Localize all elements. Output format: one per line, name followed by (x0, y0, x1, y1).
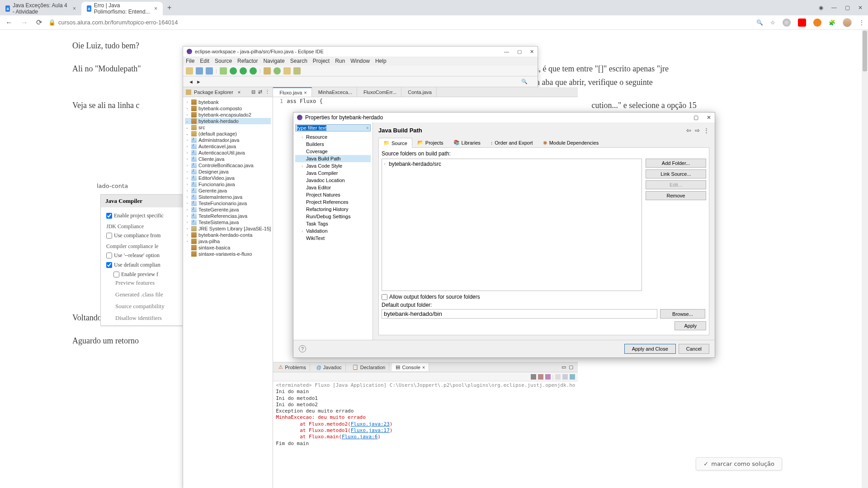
checkbox-release[interactable]: Use '--release' option (106, 251, 180, 260)
page-scrollbar[interactable] (862, 30, 868, 488)
open-type-icon[interactable] (283, 67, 291, 75)
menu-icon[interactable]: ⋮ (859, 19, 864, 26)
link-source-button[interactable]: Link Source... (646, 169, 706, 178)
menu-help[interactable]: Help (375, 58, 387, 64)
project-tree[interactable]: ›bytebank ›bytebank-composto ›bytebank-e… (183, 97, 273, 488)
code-editor[interactable]: 1ass Fluxo { (273, 97, 578, 105)
close-icon[interactable]: × (73, 5, 76, 12)
menu-project[interactable]: Project (313, 58, 330, 64)
account-icon[interactable]: ◉ (819, 5, 823, 11)
remove-button[interactable]: Remove (646, 191, 706, 200)
category-item[interactable]: Project References (295, 198, 371, 206)
youtube-icon[interactable] (798, 19, 806, 27)
category-item[interactable]: Coverage (295, 148, 371, 155)
checkbox-preview[interactable]: Enable preview f (106, 270, 180, 279)
menu-run[interactable]: Run (335, 58, 345, 64)
maximize-icon[interactable]: ▢ (693, 114, 698, 121)
new-icon[interactable] (186, 67, 193, 75)
cancel-button[interactable]: Cancel (679, 344, 709, 354)
search-icon[interactable] (293, 67, 301, 75)
close-icon[interactable]: ✕ (858, 5, 863, 11)
back-button[interactable]: ← (4, 17, 14, 28)
console-output[interactable]: <terminated> Fluxo [Java Application] C:… (273, 381, 578, 448)
remove-icon[interactable] (538, 374, 543, 380)
zoom-icon[interactable]: 🔍 (756, 19, 763, 26)
menu-navigate[interactable]: Navigate (263, 58, 284, 64)
category-item[interactable]: Javadoc Location (295, 177, 371, 184)
javadoc-tab[interactable]: @Javadoc (313, 364, 346, 371)
arrow-icon[interactable]: ► (196, 79, 201, 84)
category-item[interactable]: WikiText (295, 235, 371, 242)
clear-icon[interactable]: × (366, 125, 369, 131)
link-icon[interactable]: ⇄ (258, 89, 262, 95)
profile-avatar[interactable] (843, 18, 852, 27)
tree-file[interactable]: ›SistemaInterno.java (185, 194, 271, 200)
remove-all-icon[interactable] (545, 374, 551, 380)
help-icon[interactable]: ? (299, 345, 306, 352)
add-folder-button[interactable]: Add Folder... (646, 159, 706, 168)
new-package-icon[interactable] (264, 67, 271, 75)
category-item[interactable]: ›Resource (295, 133, 371, 141)
category-item[interactable]: Refactoring History (295, 206, 371, 213)
close-icon[interactable]: ✕ (707, 114, 711, 121)
tree-file[interactable]: ›Funcionario.java (185, 181, 271, 188)
category-item[interactable]: ›Java Code Style (295, 162, 371, 169)
eclipse-toolbar[interactable]: | | (183, 66, 538, 76)
apply-button[interactable]: Apply (675, 321, 706, 330)
console-tab[interactable]: ▤Console× (392, 363, 429, 371)
tree-file[interactable]: ›EditorVideo.java (185, 175, 271, 181)
eclipse-menubar[interactable]: File Edit Source Refactor Navigate Searc… (183, 56, 538, 66)
tree-file[interactable]: ›Cliente.java (185, 156, 271, 162)
category-item[interactable]: Task Tags (295, 220, 371, 227)
maximize-icon[interactable]: ▢ (569, 364, 573, 370)
declaration-tab[interactable]: 📋Declaration (349, 363, 390, 371)
output-folder-input[interactable] (382, 309, 657, 319)
tree-file[interactable]: ›Administrador.java (185, 137, 271, 143)
tree-file[interactable]: ›TesteFuncionario.java (185, 200, 271, 206)
tab-modules[interactable]: ◉Module Dependencies (538, 137, 604, 147)
problems-tab[interactable]: ⚠Problems (275, 363, 310, 371)
category-item[interactable]: Run/Debug Settings (295, 213, 371, 220)
tree-file[interactable]: ›Autenticavel.java (185, 143, 271, 150)
tree-file[interactable]: ›AutenticacaoUtil.java (185, 150, 271, 156)
category-item[interactable]: Java Compiler (295, 169, 371, 177)
menu-file[interactable]: File (186, 58, 194, 64)
external-icon[interactable] (250, 67, 257, 75)
mark-solution-button[interactable]: ✓ marcar como solução (696, 457, 782, 470)
editor-tab[interactable]: FluxoComErr... (357, 87, 401, 97)
extensions-icon[interactable]: 🧩 (829, 19, 835, 26)
terminate-icon[interactable] (531, 374, 536, 380)
close-icon[interactable]: × (154, 5, 157, 12)
category-item[interactable]: Java Editor (295, 184, 371, 191)
run-icon[interactable] (230, 67, 237, 75)
tab-libraries[interactable]: 📚Libraries (448, 137, 486, 147)
menu-icon[interactable]: ⋮ (703, 127, 709, 134)
reload-button[interactable]: ⟳ (34, 16, 44, 28)
menu-refactor[interactable]: Refactor (237, 58, 258, 64)
category-tree[interactable]: ›ResourceBuildersCoverageJava Build Path… (295, 131, 371, 242)
editor-tab[interactable]: MinhaExceca... (312, 87, 357, 97)
browse-button[interactable]: Browse... (660, 309, 705, 319)
tab-order[interactable]: ↕Order and Export (486, 137, 538, 147)
tree-file[interactable]: ›Gerente.java (185, 188, 271, 194)
maximize-icon[interactable]: ▢ (517, 49, 522, 55)
clear-icon[interactable] (555, 374, 561, 380)
tab-projects[interactable]: 📂Projects (412, 137, 448, 147)
bookmark-icon[interactable]: ☆ (770, 19, 775, 26)
checkbox-enable-project[interactable]: Enable project specific (106, 211, 180, 221)
browser-tab-active[interactable]: a Erro | Java Polimorfismo: Entend... × (81, 2, 163, 15)
forward-icon[interactable]: ⇨ (695, 127, 700, 134)
category-item[interactable]: Project Natures (295, 191, 371, 198)
minimize-icon[interactable]: — (504, 49, 509, 55)
menu-window[interactable]: Window (350, 58, 370, 64)
debug-icon[interactable] (220, 67, 227, 75)
category-item[interactable]: Java Build Path (295, 155, 371, 162)
menu-source[interactable]: Source (215, 58, 232, 64)
tree-file[interactable]: ›TesteSistema.java (185, 219, 271, 225)
save-icon[interactable] (196, 67, 203, 75)
pin-icon[interactable] (570, 374, 575, 380)
menu-edit[interactable]: Edit (200, 58, 209, 64)
extension-icon[interactable] (813, 19, 821, 27)
editor-tab[interactable]: Conta.java (401, 87, 437, 97)
coverage-icon[interactable] (240, 67, 247, 75)
